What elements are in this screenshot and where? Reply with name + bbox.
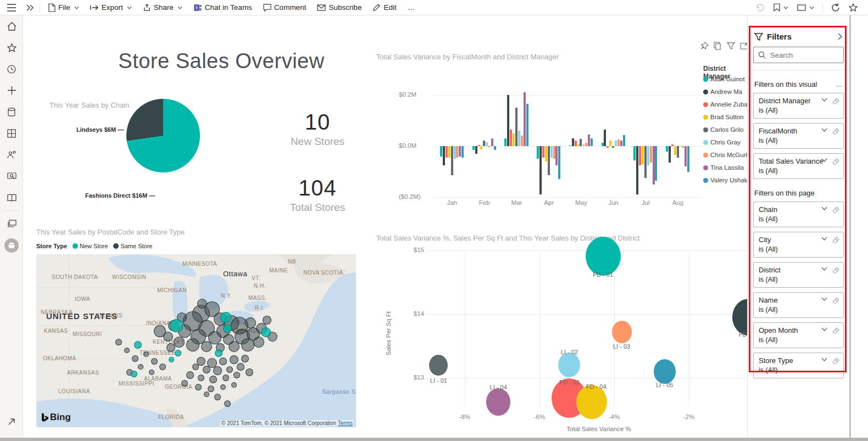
legend-item-annelie-zubar[interactable]: Annelie Zubar xyxy=(703,101,750,108)
bar-tina-lassila[interactable] xyxy=(459,146,461,157)
scatter-bubble-li-05[interactable] xyxy=(654,359,676,384)
map-bubble-same-store[interactable] xyxy=(213,366,222,375)
toolbar-item-edit[interactable]: Edit xyxy=(367,0,402,15)
map-bubble-same-store[interactable] xyxy=(241,355,249,362)
bar-tina-lassila[interactable] xyxy=(555,146,558,165)
map-bubble-same-store[interactable] xyxy=(231,382,237,388)
bar-carlos-grilo[interactable] xyxy=(677,146,679,158)
kpi-new-stores[interactable]: 10 New Stores xyxy=(257,110,378,148)
bar-allan-guinot[interactable] xyxy=(602,143,604,146)
map-bubble-same-store[interactable] xyxy=(263,316,271,325)
toolbar-item-export[interactable]: Export xyxy=(85,0,137,15)
map-bubble-same-store[interactable] xyxy=(237,363,244,371)
bar-chris-gray[interactable] xyxy=(518,131,520,146)
legend-item-allan-guinot[interactable]: Allan Guinot xyxy=(703,76,745,82)
toolbar-item-chat-in-teams[interactable]: TChat in Teams xyxy=(188,0,258,15)
map-bubble-same-store[interactable] xyxy=(154,325,166,337)
map-bubble-same-store[interactable] xyxy=(115,339,122,345)
bar-allan-guinot[interactable] xyxy=(666,146,668,152)
bar-andrew-ma[interactable] xyxy=(443,146,445,165)
refresh-icon[interactable] xyxy=(828,0,843,15)
eraser-icon[interactable] xyxy=(832,358,839,364)
filter-card-fiscalmonth[interactable]: FiscalMonthis (All) xyxy=(753,123,844,149)
map-legend-item-same-store[interactable]: Same Store xyxy=(113,243,152,249)
copy-icon[interactable] xyxy=(714,42,722,52)
bar-valery-ushakov[interactable] xyxy=(655,146,657,181)
map-bubble-same-store[interactable] xyxy=(219,358,227,365)
eraser-icon[interactable] xyxy=(832,297,839,304)
map-bubble-new-store[interactable] xyxy=(261,327,271,337)
bar-chris-gray[interactable] xyxy=(647,146,649,165)
map-bubble-same-store[interactable] xyxy=(197,299,207,309)
filter-card-store-type[interactable]: Store Typeis (All) xyxy=(753,353,844,378)
map-bubble-new-store[interactable] xyxy=(175,350,181,356)
bing-logo[interactable]: Bing xyxy=(41,412,71,423)
bar-valery-ushakov[interactable] xyxy=(526,104,528,146)
section-more-options-icon[interactable]: … xyxy=(836,81,843,88)
scatter-bubble-fd-01[interactable] xyxy=(586,237,621,276)
bar-allan-guinot[interactable] xyxy=(504,138,507,146)
bar-andrew-ma[interactable] xyxy=(572,138,574,146)
map-bubble-same-store[interactable] xyxy=(214,394,221,400)
eraser-icon[interactable] xyxy=(832,327,839,334)
filter-card-city[interactable]: Cityis (All) xyxy=(753,232,844,258)
scatter-bubble-li-02[interactable] xyxy=(558,353,580,377)
eraser-icon[interactable] xyxy=(832,267,839,273)
bar-brad-sutton[interactable] xyxy=(480,146,482,149)
map-bubble-same-store[interactable] xyxy=(230,355,238,364)
filter-card-open-month[interactable]: Open Monthis (All) xyxy=(753,322,844,348)
map-bubble-same-store[interactable] xyxy=(195,384,202,390)
bar-carlos-grilo[interactable] xyxy=(580,139,582,146)
bar-chris-mcgurk[interactable] xyxy=(521,136,523,146)
hamburger-menu-icon[interactable] xyxy=(0,4,23,12)
map-bubble-same-store[interactable] xyxy=(124,348,130,353)
bar-andrew-ma[interactable] xyxy=(539,146,542,194)
map-bubble-same-store[interactable] xyxy=(174,337,185,348)
bar-annelie-zubar[interactable] xyxy=(575,141,577,146)
bar-valery-ushakov[interactable] xyxy=(494,146,496,150)
vertical-scrollbar[interactable] xyxy=(849,15,851,438)
toolbar-item--[interactable]: … xyxy=(402,0,421,15)
learn-book-icon[interactable] xyxy=(0,187,23,208)
kpi-total-stores[interactable]: 104 Total Stores xyxy=(257,176,378,214)
scatter-bubble-li-01[interactable] xyxy=(429,355,448,376)
map-bubble-same-store[interactable] xyxy=(233,372,240,378)
map-bubble-same-store[interactable] xyxy=(186,338,199,351)
map-bubble-new-store[interactable] xyxy=(134,341,142,349)
bar-carlos-grilo[interactable] xyxy=(451,146,453,175)
bar-valery-ushakov[interactable] xyxy=(461,146,464,158)
map-bubble-same-store[interactable] xyxy=(149,370,154,375)
bar-chris-mcgurk[interactable] xyxy=(553,146,555,159)
bar-allan-guinot[interactable] xyxy=(537,146,539,159)
map-bubble-same-store[interactable] xyxy=(226,366,233,373)
map-bubble-same-store[interactable] xyxy=(222,375,229,381)
map-bubble-new-store[interactable] xyxy=(215,349,222,357)
legend-item-carlos-grilo[interactable]: Carlos Grilo xyxy=(703,126,744,133)
metrics-icon[interactable] xyxy=(0,165,23,187)
browse-workspaces-icon[interactable] xyxy=(0,213,23,235)
bar-brad-sutton[interactable] xyxy=(513,133,515,146)
toolbar-item-comment[interactable]: Comment xyxy=(258,0,312,15)
chevron-down-icon[interactable] xyxy=(821,267,827,273)
scatter-bubble-li-03[interactable] xyxy=(612,321,632,343)
bar-carlos-grilo[interactable] xyxy=(483,141,485,146)
chevron-down-icon[interactable] xyxy=(821,358,827,364)
map-bubble-same-store[interactable] xyxy=(166,343,175,352)
home-icon[interactable] xyxy=(0,15,23,37)
bar-valery-ushakov[interactable] xyxy=(591,138,593,146)
bar-brad-sutton[interactable] xyxy=(609,141,611,146)
filter-card-chain[interactable]: Chainis (All) xyxy=(753,202,844,227)
map-legend-item-new-store[interactable]: New Store xyxy=(73,243,108,249)
favorite-star-icon[interactable] xyxy=(846,0,860,15)
bar-chris-mcgurk[interactable] xyxy=(617,139,620,146)
pin-icon[interactable] xyxy=(700,42,709,52)
bar-tina-lassila[interactable] xyxy=(685,146,687,166)
bar-andrew-ma[interactable] xyxy=(507,95,509,146)
map-terms-link[interactable]: Terms xyxy=(338,420,353,426)
eraser-icon[interactable] xyxy=(832,98,839,104)
chevron-down-icon[interactable] xyxy=(821,128,827,135)
map-bubble-new-store[interactable] xyxy=(220,312,231,323)
eraser-icon[interactable] xyxy=(832,206,839,213)
bar-carlos-grilo[interactable] xyxy=(612,146,614,148)
map-bubble-same-store[interactable] xyxy=(203,366,210,373)
